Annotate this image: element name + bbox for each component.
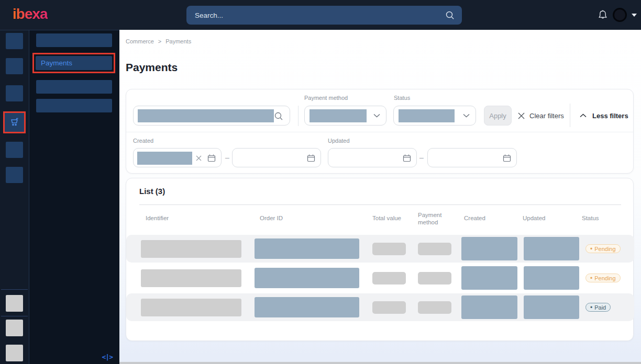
- redacted-payment-method-cell: [418, 301, 451, 314]
- menu-item-placeholder-2[interactable]: [36, 80, 112, 94]
- redacted-updated-cell: [524, 266, 579, 290]
- user-menu-caret-icon[interactable]: [632, 14, 637, 17]
- filters-panel: Payment method Status Apply: [126, 89, 634, 174]
- chevron-up-icon: [580, 113, 587, 118]
- global-search-input[interactable]: Search...: [186, 6, 462, 25]
- status-badge: Pending: [585, 274, 621, 282]
- less-filters-label: Less filters: [592, 112, 628, 120]
- rail-nav-placeholder-5[interactable]: [6, 167, 23, 183]
- rail-bottom-placeholder-1[interactable]: [6, 295, 23, 312]
- redacted-order-id-cell: [255, 238, 359, 259]
- filter-divider: [570, 104, 570, 127]
- search-icon: [445, 10, 455, 20]
- commerce-nav-annotation-box: [3, 111, 26, 133]
- redacted-payment-method-cell: [418, 272, 451, 285]
- updated-to-date-input[interactable]: [427, 148, 517, 167]
- rail-bottom-placeholder-2[interactable]: [6, 320, 23, 336]
- notifications-bell-icon[interactable]: [598, 9, 608, 21]
- chevron-down-icon: [373, 113, 380, 118]
- payment-method-select[interactable]: [304, 106, 386, 126]
- column-header-status: Status: [582, 215, 599, 221]
- rail-nav-placeholder-2[interactable]: [6, 58, 23, 74]
- rail-divider: [1, 316, 28, 316]
- column-header-updated: Updated: [523, 215, 545, 221]
- sidebar-item-payments-label: Payments: [41, 59, 72, 67]
- table-row[interactable]: Paid: [126, 293, 634, 321]
- payments-list-panel: List (3) Identifier Order ID Total value…: [126, 178, 634, 341]
- redacted-identifier-cell: [141, 269, 241, 287]
- status-select[interactable]: [393, 106, 476, 126]
- created-from-date-input[interactable]: [133, 148, 222, 167]
- sidebar-item-payments[interactable]: Payments: [36, 56, 112, 70]
- main-content: Commerce > Payments Payments Payment met…: [119, 30, 641, 364]
- redacted-status-value: [399, 109, 455, 122]
- apply-button[interactable]: Apply: [484, 106, 512, 126]
- sidebar-collapse-icon[interactable]: <|>: [102, 353, 113, 361]
- less-filters-button[interactable]: Less filters: [580, 106, 628, 126]
- horizontal-scrollbar[interactable]: [119, 362, 641, 364]
- redacted-payment-method-cell: [418, 243, 451, 255]
- column-header-order-id: Order ID: [260, 215, 283, 221]
- table-row[interactable]: Pending: [126, 235, 634, 263]
- redacted-created-cell: [461, 237, 517, 260]
- clear-filters-button[interactable]: Clear filters: [518, 106, 564, 126]
- status-badge: Pending: [585, 244, 621, 253]
- global-search-placeholder: Search...: [195, 12, 445, 19]
- column-header-total-value: Total value: [372, 215, 401, 221]
- rail-nav-placeholder-1[interactable]: [6, 33, 23, 49]
- table-row[interactable]: Pending: [126, 264, 634, 292]
- list-title: List (3): [139, 187, 165, 196]
- rail-bottom-placeholder-3[interactable]: [6, 345, 23, 361]
- redacted-created-cell: [461, 295, 517, 319]
- redacted-created-cell: [461, 266, 517, 290]
- payment-method-label: Payment method: [304, 95, 348, 101]
- payments-menu-annotation-box: Payments: [32, 53, 115, 73]
- status-badge: Paid: [585, 303, 611, 312]
- status-label: Status: [394, 95, 410, 101]
- calendar-icon[interactable]: [503, 154, 511, 162]
- redacted-payment-method-value: [310, 109, 367, 122]
- clear-date-icon[interactable]: [196, 155, 202, 161]
- ibexa-logo: ibexa: [13, 6, 48, 22]
- date-range-separator: –: [419, 153, 424, 162]
- redacted-total-value-cell: [372, 272, 406, 285]
- breadcrumb-separator: >: [158, 38, 161, 44]
- menu-item-placeholder-1[interactable]: [36, 33, 112, 47]
- list-divider: [139, 204, 621, 205]
- redacted-updated-cell: [524, 295, 579, 319]
- breadcrumb-current: Payments: [165, 38, 191, 44]
- calendar-icon[interactable]: [403, 154, 411, 162]
- rail-divider: [1, 289, 28, 290]
- column-header-identifier: Identifier: [146, 215, 169, 221]
- created-to-date-input[interactable]: [232, 148, 321, 167]
- filter-search-input[interactable]: [133, 106, 290, 126]
- chevron-down-icon: [463, 113, 470, 118]
- calendar-icon[interactable]: [207, 154, 216, 162]
- column-header-payment-method: Payment method: [418, 211, 447, 226]
- redacted-order-id-cell: [255, 297, 359, 317]
- table-body: Pending Pending: [126, 235, 634, 323]
- sidebar-menu-panel: Payments <|>: [29, 30, 119, 364]
- redacted-search-value: [138, 109, 274, 122]
- created-label: Created: [133, 138, 153, 144]
- user-avatar[interactable]: [613, 8, 627, 22]
- breadcrumb-commerce[interactable]: Commerce: [126, 38, 154, 44]
- rail-nav-placeholder-3[interactable]: [6, 85, 23, 101]
- filter-row-divider: [126, 132, 633, 132]
- redacted-total-value-cell: [372, 243, 406, 255]
- updated-label: Updated: [328, 138, 350, 144]
- calendar-icon[interactable]: [307, 154, 315, 162]
- menu-item-placeholder-3[interactable]: [36, 99, 112, 112]
- updated-from-date-input[interactable]: [328, 148, 417, 167]
- shopping-cart-icon[interactable]: [9, 117, 20, 128]
- clear-filters-label: Clear filters: [529, 112, 564, 120]
- date-range-separator: –: [225, 153, 229, 162]
- breadcrumb: Commerce > Payments: [126, 38, 191, 44]
- redacted-order-id-cell: [255, 268, 359, 288]
- redacted-created-from-value: [137, 152, 192, 165]
- sidebar-rail: [0, 30, 29, 364]
- redacted-identifier-cell: [141, 299, 241, 316]
- redacted-total-value-cell: [372, 301, 406, 314]
- topbar-right: [598, 0, 637, 30]
- rail-nav-placeholder-4[interactable]: [6, 142, 23, 158]
